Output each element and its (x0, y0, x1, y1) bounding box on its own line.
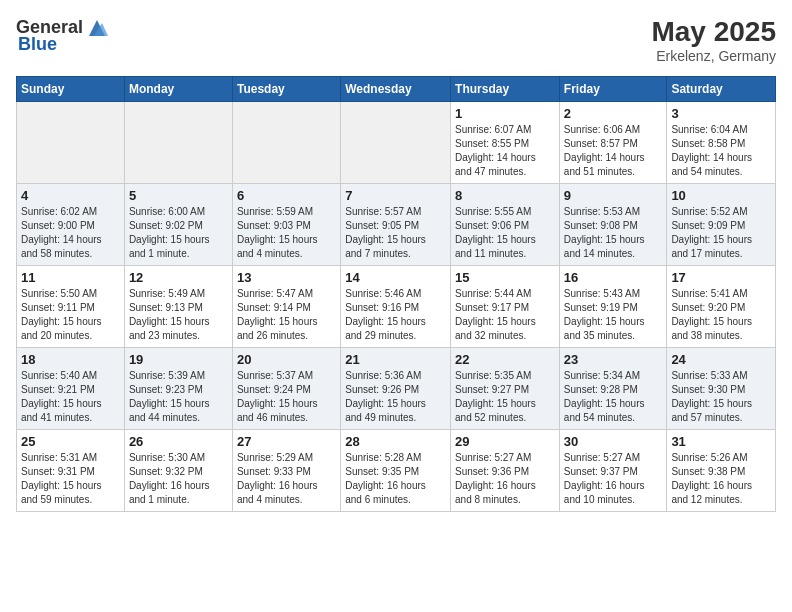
day-number: 28 (345, 434, 446, 449)
calendar-cell (17, 102, 125, 184)
calendar-cell: 28Sunrise: 5:28 AM Sunset: 9:35 PM Dayli… (341, 430, 451, 512)
logo-icon (84, 16, 110, 38)
day-number: 11 (21, 270, 120, 285)
day-number: 13 (237, 270, 336, 285)
day-info: Sunrise: 5:53 AM Sunset: 9:08 PM Dayligh… (564, 205, 663, 261)
calendar-week-4: 18Sunrise: 5:40 AM Sunset: 9:21 PM Dayli… (17, 348, 776, 430)
calendar-cell: 10Sunrise: 5:52 AM Sunset: 9:09 PM Dayli… (667, 184, 776, 266)
day-number: 30 (564, 434, 663, 449)
calendar-cell: 12Sunrise: 5:49 AM Sunset: 9:13 PM Dayli… (124, 266, 232, 348)
day-number: 22 (455, 352, 555, 367)
calendar-cell (232, 102, 340, 184)
day-info: Sunrise: 5:31 AM Sunset: 9:31 PM Dayligh… (21, 451, 120, 507)
day-number: 9 (564, 188, 663, 203)
calendar-cell: 17Sunrise: 5:41 AM Sunset: 9:20 PM Dayli… (667, 266, 776, 348)
day-number: 2 (564, 106, 663, 121)
day-number: 18 (21, 352, 120, 367)
calendar-cell: 26Sunrise: 5:30 AM Sunset: 9:32 PM Dayli… (124, 430, 232, 512)
day-number: 14 (345, 270, 446, 285)
day-number: 16 (564, 270, 663, 285)
calendar-week-2: 4Sunrise: 6:02 AM Sunset: 9:00 PM Daylig… (17, 184, 776, 266)
calendar-cell: 6Sunrise: 5:59 AM Sunset: 9:03 PM Daylig… (232, 184, 340, 266)
calendar-cell: 1Sunrise: 6:07 AM Sunset: 8:55 PM Daylig… (451, 102, 560, 184)
day-number: 26 (129, 434, 228, 449)
calendar-cell: 15Sunrise: 5:44 AM Sunset: 9:17 PM Dayli… (451, 266, 560, 348)
day-info: Sunrise: 5:30 AM Sunset: 9:32 PM Dayligh… (129, 451, 228, 507)
calendar-cell: 23Sunrise: 5:34 AM Sunset: 9:28 PM Dayli… (559, 348, 667, 430)
day-info: Sunrise: 5:52 AM Sunset: 9:09 PM Dayligh… (671, 205, 771, 261)
day-info: Sunrise: 5:37 AM Sunset: 9:24 PM Dayligh… (237, 369, 336, 425)
day-number: 8 (455, 188, 555, 203)
col-header-sunday: Sunday (17, 77, 125, 102)
col-header-saturday: Saturday (667, 77, 776, 102)
calendar-cell (124, 102, 232, 184)
col-header-thursday: Thursday (451, 77, 560, 102)
day-info: Sunrise: 5:33 AM Sunset: 9:30 PM Dayligh… (671, 369, 771, 425)
day-info: Sunrise: 5:36 AM Sunset: 9:26 PM Dayligh… (345, 369, 446, 425)
calendar-week-1: 1Sunrise: 6:07 AM Sunset: 8:55 PM Daylig… (17, 102, 776, 184)
day-info: Sunrise: 5:43 AM Sunset: 9:19 PM Dayligh… (564, 287, 663, 343)
calendar-week-5: 25Sunrise: 5:31 AM Sunset: 9:31 PM Dayli… (17, 430, 776, 512)
day-number: 29 (455, 434, 555, 449)
calendar-cell: 25Sunrise: 5:31 AM Sunset: 9:31 PM Dayli… (17, 430, 125, 512)
day-info: Sunrise: 5:26 AM Sunset: 9:38 PM Dayligh… (671, 451, 771, 507)
day-number: 17 (671, 270, 771, 285)
day-info: Sunrise: 5:41 AM Sunset: 9:20 PM Dayligh… (671, 287, 771, 343)
day-info: Sunrise: 5:40 AM Sunset: 9:21 PM Dayligh… (21, 369, 120, 425)
day-number: 27 (237, 434, 336, 449)
col-header-wednesday: Wednesday (341, 77, 451, 102)
calendar-cell: 20Sunrise: 5:37 AM Sunset: 9:24 PM Dayli… (232, 348, 340, 430)
day-info: Sunrise: 6:00 AM Sunset: 9:02 PM Dayligh… (129, 205, 228, 261)
col-header-monday: Monday (124, 77, 232, 102)
calendar-cell: 27Sunrise: 5:29 AM Sunset: 9:33 PM Dayli… (232, 430, 340, 512)
day-number: 4 (21, 188, 120, 203)
day-info: Sunrise: 5:34 AM Sunset: 9:28 PM Dayligh… (564, 369, 663, 425)
calendar-cell: 16Sunrise: 5:43 AM Sunset: 9:19 PM Dayli… (559, 266, 667, 348)
day-info: Sunrise: 6:04 AM Sunset: 8:58 PM Dayligh… (671, 123, 771, 179)
day-info: Sunrise: 5:28 AM Sunset: 9:35 PM Dayligh… (345, 451, 446, 507)
calendar-cell: 11Sunrise: 5:50 AM Sunset: 9:11 PM Dayli… (17, 266, 125, 348)
logo: General Blue (16, 16, 111, 55)
day-number: 19 (129, 352, 228, 367)
day-info: Sunrise: 5:44 AM Sunset: 9:17 PM Dayligh… (455, 287, 555, 343)
calendar-cell: 22Sunrise: 5:35 AM Sunset: 9:27 PM Dayli… (451, 348, 560, 430)
calendar-week-3: 11Sunrise: 5:50 AM Sunset: 9:11 PM Dayli… (17, 266, 776, 348)
day-number: 6 (237, 188, 336, 203)
day-info: Sunrise: 5:47 AM Sunset: 9:14 PM Dayligh… (237, 287, 336, 343)
page-subtitle: Erkelenz, Germany (651, 48, 776, 64)
day-info: Sunrise: 5:59 AM Sunset: 9:03 PM Dayligh… (237, 205, 336, 261)
day-number: 21 (345, 352, 446, 367)
calendar-cell: 29Sunrise: 5:27 AM Sunset: 9:36 PM Dayli… (451, 430, 560, 512)
day-number: 24 (671, 352, 771, 367)
calendar-cell: 5Sunrise: 6:00 AM Sunset: 9:02 PM Daylig… (124, 184, 232, 266)
col-header-tuesday: Tuesday (232, 77, 340, 102)
calendar-cell: 3Sunrise: 6:04 AM Sunset: 8:58 PM Daylig… (667, 102, 776, 184)
day-number: 20 (237, 352, 336, 367)
page-title: May 2025 (651, 16, 776, 48)
day-number: 10 (671, 188, 771, 203)
calendar-cell: 19Sunrise: 5:39 AM Sunset: 9:23 PM Dayli… (124, 348, 232, 430)
day-number: 15 (455, 270, 555, 285)
day-info: Sunrise: 5:57 AM Sunset: 9:05 PM Dayligh… (345, 205, 446, 261)
calendar-cell: 2Sunrise: 6:06 AM Sunset: 8:57 PM Daylig… (559, 102, 667, 184)
day-info: Sunrise: 5:27 AM Sunset: 9:36 PM Dayligh… (455, 451, 555, 507)
calendar-cell: 24Sunrise: 5:33 AM Sunset: 9:30 PM Dayli… (667, 348, 776, 430)
title-block: May 2025 Erkelenz, Germany (651, 16, 776, 64)
day-info: Sunrise: 5:35 AM Sunset: 9:27 PM Dayligh… (455, 369, 555, 425)
day-info: Sunrise: 5:50 AM Sunset: 9:11 PM Dayligh… (21, 287, 120, 343)
day-info: Sunrise: 6:06 AM Sunset: 8:57 PM Dayligh… (564, 123, 663, 179)
day-info: Sunrise: 5:39 AM Sunset: 9:23 PM Dayligh… (129, 369, 228, 425)
day-number: 5 (129, 188, 228, 203)
day-number: 12 (129, 270, 228, 285)
calendar-cell: 13Sunrise: 5:47 AM Sunset: 9:14 PM Dayli… (232, 266, 340, 348)
day-number: 31 (671, 434, 771, 449)
day-info: Sunrise: 6:07 AM Sunset: 8:55 PM Dayligh… (455, 123, 555, 179)
calendar-cell: 21Sunrise: 5:36 AM Sunset: 9:26 PM Dayli… (341, 348, 451, 430)
calendar-cell (341, 102, 451, 184)
calendar-cell: 4Sunrise: 6:02 AM Sunset: 9:00 PM Daylig… (17, 184, 125, 266)
day-info: Sunrise: 6:02 AM Sunset: 9:00 PM Dayligh… (21, 205, 120, 261)
day-info: Sunrise: 5:46 AM Sunset: 9:16 PM Dayligh… (345, 287, 446, 343)
calendar-cell: 8Sunrise: 5:55 AM Sunset: 9:06 PM Daylig… (451, 184, 560, 266)
calendar-table: SundayMondayTuesdayWednesdayThursdayFrid… (16, 76, 776, 512)
calendar-cell: 7Sunrise: 5:57 AM Sunset: 9:05 PM Daylig… (341, 184, 451, 266)
